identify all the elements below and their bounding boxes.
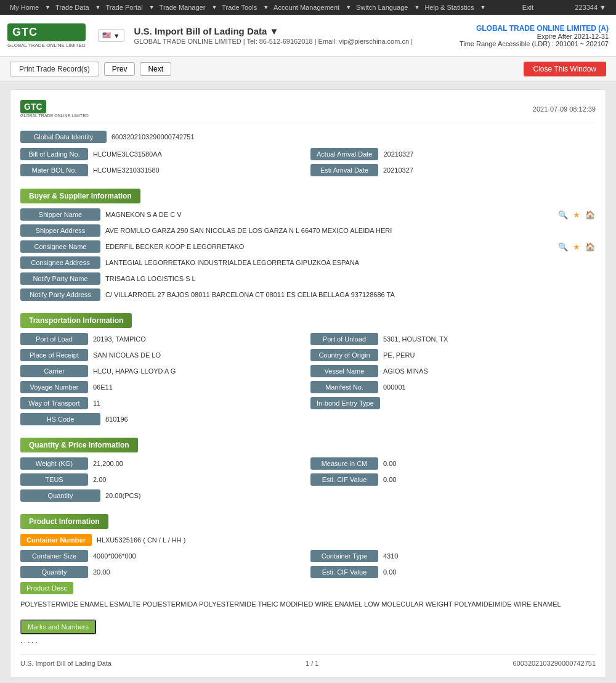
teus-half: TEUS 2.00 bbox=[20, 473, 306, 486]
product-desc-label: Product Desc bbox=[20, 582, 73, 594]
product-qty-label: Quantity bbox=[20, 566, 88, 578]
product-cif-half: Esti. CIF Value 0.00 bbox=[310, 566, 596, 578]
container-type-value: 4310 bbox=[383, 552, 596, 560]
marks-container: Marks and Numbers . . . . . bbox=[20, 616, 596, 647]
notify-party-address-row: Notify Party Address C/ VILLARROEL 27 BA… bbox=[20, 288, 596, 301]
global-id-row: Global Data Identity 6003202103290000742… bbox=[20, 131, 596, 143]
actual-arrival-half: Actual Arrival Date 20210327 bbox=[310, 148, 596, 160]
search-icon[interactable]: 🔍 bbox=[557, 209, 569, 220]
buyer-supplier-section-header: Buyer & Supplier Information bbox=[20, 189, 140, 203]
product-qty-cif-row: Quantity 20.00 Esti. CIF Value 0.00 bbox=[20, 566, 596, 578]
flag-button[interactable]: 🇺🇸 ▼ bbox=[98, 29, 124, 42]
record-logo-text: GTC bbox=[24, 102, 43, 112]
flag-chevron: ▼ bbox=[113, 32, 120, 39]
carrier-vessel-row: Carrier HLCU, HAPAG-LLOYD A G Vessel Nam… bbox=[20, 365, 596, 377]
shipper-name-label: Shipper Name bbox=[20, 208, 100, 221]
search-icon-2[interactable]: 🔍 bbox=[557, 241, 569, 252]
account-name: GLOBAL TRADE ONLINE LIMITED (A) bbox=[460, 24, 609, 33]
shipper-address-value: AVE ROMULO GARZA 290 SAN NICOLAS DE LOS … bbox=[105, 227, 596, 234]
container-size-half: Container Size 4000*006*000 bbox=[20, 550, 306, 562]
manifest-half: Manifest No. 000001 bbox=[310, 381, 596, 393]
country-origin-value: PE, PERU bbox=[383, 351, 596, 359]
logo-sub: GLOBAL TRADE ONLINE LIMITED bbox=[7, 43, 86, 48]
transport-entry-row: Way of Transport 11 In-bond Entry Type bbox=[20, 397, 596, 409]
nav-my-home[interactable]: My Home bbox=[5, 4, 44, 11]
home-icon[interactable]: 🏠 bbox=[585, 209, 596, 220]
teus-label: TEUS bbox=[20, 473, 88, 486]
footer-id: 6003202103290000742751 bbox=[513, 660, 596, 667]
home-icon-2[interactable]: 🏠 bbox=[585, 241, 596, 252]
container-number-label[interactable]: Container Number bbox=[20, 534, 92, 546]
esti-arrival-label: Esti Arrival Date bbox=[310, 164, 378, 176]
product-section-header: Product Information bbox=[20, 514, 108, 529]
bol-value: HLCUME3LC31580AA bbox=[93, 150, 306, 158]
container-number-row: Container Number HLXU5325166 ( CN / L / … bbox=[20, 534, 596, 546]
shipper-name-value: MAGNEKON S A DE C V bbox=[105, 211, 553, 218]
consignee-name-value: EDERFIL BECKER KOOP E LEGORRETAKO bbox=[105, 243, 553, 250]
nav-trade-tools[interactable]: Trade Tools bbox=[217, 4, 262, 11]
measure-label: Measure in CM bbox=[310, 457, 378, 470]
star-icon[interactable]: ★ bbox=[571, 209, 582, 220]
bol-label: Bill of Lading No. bbox=[20, 148, 88, 160]
notify-party-name-row: Notify Party Name TRISAGA LG LOGISTICS S… bbox=[20, 272, 596, 285]
page-title: U.S. Import Bill of Lading Data ▼ bbox=[134, 26, 460, 36]
way-transport-value: 11 bbox=[93, 399, 306, 407]
top-action-bar: Print Trade Record(s) Prev Next Close Th… bbox=[0, 57, 616, 82]
shipper-name-row: Shipper Name MAGNEKON S A DE C V 🔍 ★ 🏠 bbox=[20, 208, 596, 221]
port-load-value: 20193, TAMPICO bbox=[93, 335, 306, 343]
master-bol-value: HLCUME3210331580 bbox=[93, 166, 306, 174]
in-bond-half: In-bond Entry Type bbox=[310, 397, 596, 409]
carrier-label: Carrier bbox=[20, 365, 88, 377]
main-content: GTC GLOBAL TRADE ONLINE LIMITED 2021-07-… bbox=[0, 82, 616, 683]
quantity-row: Quantity 20.00(PCS) bbox=[20, 489, 596, 502]
esti-cif-value: 0.00 bbox=[383, 476, 596, 483]
star-icon-2[interactable]: ★ bbox=[571, 241, 582, 252]
nav-switch-language[interactable]: Switch Language bbox=[351, 4, 413, 11]
port-load-label: Port of Load bbox=[20, 333, 88, 345]
vessel-half: Vessel Name AGIOS MINAS bbox=[310, 365, 596, 377]
transport-section-header: Transportation Information bbox=[20, 313, 132, 328]
title-area: U.S. Import Bill of Lading Data ▼ GLOBAL… bbox=[134, 26, 460, 45]
close-button-top[interactable]: Close This Window bbox=[524, 62, 606, 76]
logo-text: GTC bbox=[12, 26, 81, 39]
account-info: GLOBAL TRADE ONLINE LIMITED (A) Expire A… bbox=[460, 24, 609, 47]
print-button-top[interactable]: Print Trade Record(s) bbox=[10, 62, 99, 76]
quantity-label: Quantity bbox=[20, 489, 100, 502]
record-datetime: 2021-07-09 08:12:39 bbox=[533, 105, 596, 113]
prev-button-top[interactable]: Prev bbox=[104, 62, 136, 76]
master-bol-row: Mater BOL No. HLCUME3210331580 Esti Arri… bbox=[20, 164, 596, 176]
nav-account-management[interactable]: Account Management bbox=[269, 4, 344, 11]
consignee-icon-btns: 🔍 ★ 🏠 bbox=[557, 241, 596, 252]
bol-half: Bill of Lading No. HLCUME3LC31580AA bbox=[20, 148, 306, 160]
marks-value: . . . . . bbox=[20, 634, 596, 647]
nav-trade-portal[interactable]: Trade Portal bbox=[101, 4, 148, 11]
nav-exit[interactable]: Exit bbox=[517, 4, 538, 11]
header-bar: GTC GLOBAL TRADE ONLINE LIMITED 🇺🇸 ▼ U.S… bbox=[0, 15, 616, 57]
nav-trade-data[interactable]: Trade Data bbox=[51, 4, 94, 11]
product-cif-label: Esti. CIF Value bbox=[310, 566, 378, 578]
expire-text: Expire After 2021-12-31 bbox=[460, 33, 609, 40]
product-qty-half: Quantity 20.00 bbox=[20, 566, 306, 578]
logo-box: GTC bbox=[7, 23, 86, 41]
card-footer: U.S. Import Bill of Lading Data 1 / 1 60… bbox=[20, 654, 596, 667]
place-receipt-value: SAN NICOLAS DE LO bbox=[93, 351, 306, 359]
in-bond-label: In-bond Entry Type bbox=[310, 397, 380, 409]
next-button-top[interactable]: Next bbox=[140, 62, 171, 76]
way-transport-half: Way of Transport 11 bbox=[20, 397, 306, 409]
marks-button[interactable]: Marks and Numbers bbox=[20, 620, 96, 634]
logo-area: GTC GLOBAL TRADE ONLINE LIMITED bbox=[7, 23, 86, 48]
nav-help-statistics[interactable]: Help & Statistics bbox=[419, 4, 479, 11]
record-card: GTC GLOBAL TRADE ONLINE LIMITED 2021-07-… bbox=[10, 89, 606, 677]
global-id-value: 6003202103290000742751 bbox=[111, 133, 596, 141]
container-size-label: Container Size bbox=[20, 550, 88, 562]
place-receipt-label: Place of Receipt bbox=[20, 349, 88, 361]
bol-row: Bill of Lading No. HLCUME3LC31580AA Actu… bbox=[20, 148, 596, 160]
footer-left: U.S. Import Bill of Lading Data bbox=[20, 660, 111, 667]
container-size-value: 4000*006*000 bbox=[93, 552, 306, 560]
product-desc-container: Product Desc POLYESTERWIDE ENAMEL ESMALT… bbox=[20, 582, 596, 612]
product-cif-value: 0.00 bbox=[383, 568, 596, 576]
hs-code-value: 810196 bbox=[105, 415, 596, 423]
port-load-half: Port of Load 20193, TAMPICO bbox=[20, 333, 306, 345]
nav-trade-manager[interactable]: Trade Manager bbox=[155, 4, 211, 11]
carrier-value: HLCU, HAPAG-LLOYD A G bbox=[93, 367, 306, 375]
